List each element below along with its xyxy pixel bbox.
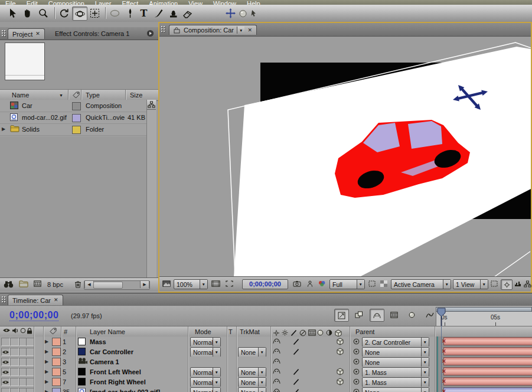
layer-name[interactable]: Camera 1 <box>90 358 119 365</box>
layer-track[interactable]: ✕ <box>436 377 532 387</box>
layer-duration-bar[interactable] <box>443 387 532 392</box>
menu-item-layer[interactable]: Layer <box>90 1 117 5</box>
trkmat-dropdown[interactable]: None▼ <box>238 387 266 392</box>
pickwhip-icon[interactable] <box>353 378 360 385</box>
adjustment-layer-icon[interactable] <box>326 329 332 336</box>
label-color-chip[interactable] <box>52 338 61 346</box>
type-tool[interactable]: T <box>136 6 151 19</box>
shy-switch[interactable] <box>273 348 280 354</box>
pickwhip-icon[interactable] <box>353 348 360 355</box>
pickwhip-icon[interactable] <box>353 368 360 375</box>
project-item-row[interactable]: mod-car...02.gif QuickTi...ovie 41 KB <box>0 112 146 124</box>
quality-switch[interactable] <box>293 368 299 375</box>
mode-dropdown[interactable]: Normal▼ <box>190 347 221 357</box>
label-color-chip[interactable] <box>72 102 81 110</box>
layer-track[interactable]: ✕ <box>436 367 532 377</box>
pickwhip-icon[interactable] <box>353 388 360 392</box>
keyframe-marker[interactable]: ✕ <box>442 389 446 392</box>
column-parent[interactable]: Parent <box>355 328 374 335</box>
label-color-chip[interactable] <box>52 368 61 376</box>
sun-icon[interactable] <box>282 329 288 336</box>
keyframe-marker[interactable]: ✕ <box>442 359 446 364</box>
tab-project[interactable]: Project ✕ <box>8 28 45 39</box>
parent-dropdown[interactable]: 2. Car Controller▼ <box>362 337 429 347</box>
quality-switch[interactable] <box>293 388 299 392</box>
magnification-dropdown[interactable]: 100%▼ <box>174 279 208 289</box>
tab-effect-controls[interactable]: Effect Controls: Camera 1 <box>51 28 133 38</box>
orbit-camera-tool[interactable] <box>72 6 87 21</box>
always-preview-icon[interactable] <box>162 280 171 287</box>
eraser-tool[interactable] <box>180 6 194 19</box>
mode-dropdown[interactable]: Normal▼ <box>190 377 221 387</box>
composition-viewer[interactable] <box>159 36 531 277</box>
find-icon[interactable] <box>4 280 14 288</box>
expand-arrow[interactable]: ▶ <box>2 126 5 132</box>
mini-flowchart-icon[interactable] <box>524 280 531 288</box>
target-region-icon[interactable] <box>368 280 376 287</box>
project-item-row[interactable]: Car Composition <box>0 100 146 112</box>
selection-tool[interactable] <box>5 6 19 19</box>
keyframe-marker[interactable]: ✕ <box>442 369 446 374</box>
label-color-chip[interactable] <box>52 388 61 392</box>
new-composition-icon[interactable] <box>34 280 41 287</box>
parent-dropdown[interactable]: None▼ <box>362 387 429 392</box>
mode-dropdown[interactable]: Normal▼ <box>190 337 221 347</box>
parent-dropdown[interactable]: None▼ <box>362 347 429 357</box>
column-number[interactable]: # <box>64 328 67 335</box>
menu-item-edit[interactable]: Edit <box>21 1 43 5</box>
audio-toggle[interactable] <box>10 358 19 366</box>
layer-name[interactable]: Front Right Wheel <box>90 378 146 386</box>
expand-arrow[interactable]: ▶ <box>45 379 48 384</box>
audio-toggle[interactable] <box>10 338 19 346</box>
video-toggle[interactable] <box>1 348 10 356</box>
parent-dropdown[interactable]: 1. Mass▼ <box>362 367 429 377</box>
layer-track[interactable]: ✕ <box>436 337 532 347</box>
exposure-icon[interactable] <box>501 279 513 290</box>
zoom-tool[interactable] <box>36 6 50 19</box>
expand-arrow[interactable]: ▶ <box>45 349 48 354</box>
shy-switch[interactable] <box>273 338 280 344</box>
menu-item-animation[interactable]: Animation <box>143 1 183 5</box>
draft-3d-button[interactable] <box>352 309 365 321</box>
parent-dropdown[interactable]: 1. Mass▼ <box>362 377 429 387</box>
trkmat-dropdown[interactable]: None▼ <box>238 367 266 377</box>
show-snapshot-icon[interactable] <box>307 280 313 287</box>
layer-duration-bar[interactable] <box>443 347 532 355</box>
frame-blend-icon[interactable] <box>308 329 316 336</box>
scroll-right-icon[interactable]: ▶ <box>140 281 149 288</box>
video-toggle[interactable] <box>1 388 10 392</box>
expand-arrow[interactable]: ▶ <box>45 359 48 364</box>
label-tag-icon[interactable] <box>50 328 57 335</box>
scrollbar-thumb[interactable] <box>93 282 123 289</box>
panel-grip[interactable] <box>1 30 6 37</box>
label-color-chip[interactable] <box>72 126 81 134</box>
scroll-left-icon[interactable]: ◀ <box>84 281 94 288</box>
tab-dropdown-icon[interactable]: ▼ <box>237 27 244 34</box>
audio-toggle[interactable] <box>10 378 19 386</box>
live-update-button[interactable] <box>334 309 349 322</box>
layer-track[interactable]: ✕ <box>436 347 532 357</box>
pickwhip-icon[interactable] <box>353 338 360 345</box>
column-size[interactable]: Size <box>130 92 142 99</box>
layer-duration-bar[interactable] <box>443 357 532 365</box>
panel-grip[interactable] <box>161 25 166 33</box>
resolution-dropdown[interactable]: Full▼ <box>329 279 365 289</box>
tab-composition-car[interactable]: Composition: Car ▼ ✕ <box>169 25 257 35</box>
panel-grip[interactable] <box>1 296 6 303</box>
hand-tool[interactable] <box>20 6 34 19</box>
comp-timecode-button[interactable]: 0;00;00;00 <box>242 279 288 289</box>
quality-switch[interactable] <box>293 378 299 386</box>
threed-switch[interactable] <box>337 348 344 355</box>
channels-icon[interactable] <box>318 280 326 287</box>
project-horizontal-scrollbar[interactable]: ◀ ▶ <box>84 280 150 290</box>
shy-switch[interactable] <box>273 358 280 364</box>
label-color-chip[interactable] <box>52 378 61 386</box>
project-flowchart-button[interactable] <box>147 100 156 110</box>
label-tag-icon[interactable] <box>73 92 80 99</box>
keyframe-marker[interactable]: ✕ <box>442 339 446 344</box>
close-icon[interactable]: ✕ <box>35 31 40 37</box>
layer-duration-bar[interactable] <box>443 367 532 375</box>
threed-switch[interactable] <box>337 368 344 375</box>
quality-switch[interactable] <box>293 348 299 355</box>
share-view-icon[interactable] <box>491 280 498 287</box>
